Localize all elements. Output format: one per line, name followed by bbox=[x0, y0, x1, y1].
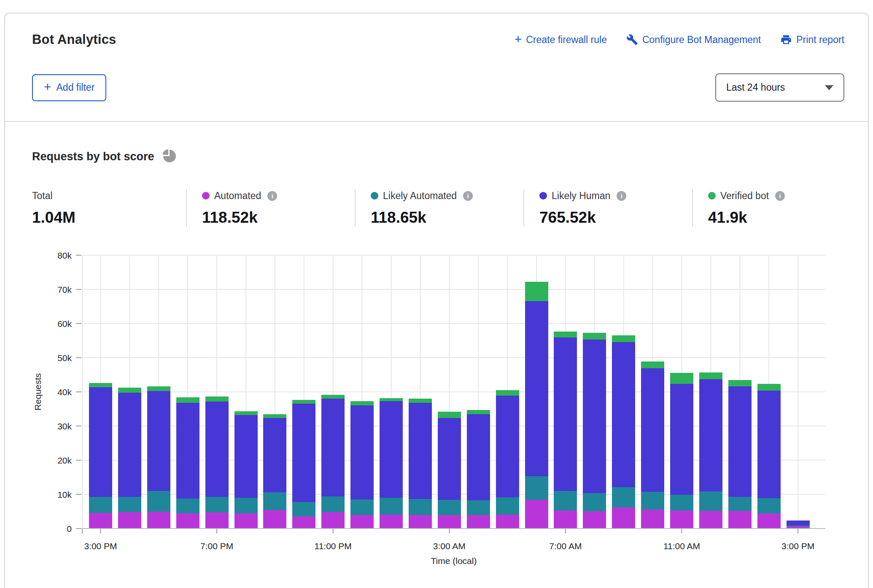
bar-segment-verified-bot[interactable] bbox=[641, 361, 664, 368]
bar-segment-automated[interactable] bbox=[496, 515, 519, 529]
bar-segment-automated[interactable] bbox=[670, 510, 693, 529]
bar-segment-automated[interactable] bbox=[205, 512, 229, 529]
bar-segment-likely-human[interactable] bbox=[670, 384, 693, 495]
bar-segment-likely-human[interactable] bbox=[321, 399, 345, 496]
bar-segment-likely-human[interactable] bbox=[234, 415, 258, 498]
bar-segment-likely-human[interactable] bbox=[263, 418, 286, 493]
bar-segment-verified-bot[interactable] bbox=[176, 397, 199, 403]
bar-segment-likely-automated[interactable] bbox=[118, 497, 141, 512]
bar-segment-automated[interactable] bbox=[554, 510, 577, 529]
bar-segment-likely-human[interactable] bbox=[583, 340, 606, 493]
bar-segment-likely-human[interactable] bbox=[409, 403, 432, 499]
bar-segment-automated[interactable] bbox=[89, 513, 112, 529]
bar-segment-likely-human[interactable] bbox=[438, 418, 461, 500]
info-icon[interactable]: i bbox=[463, 191, 473, 201]
bar-segment-automated[interactable] bbox=[292, 516, 315, 529]
bar-segment-likely-automated[interactable] bbox=[554, 491, 577, 510]
bar-segment-likely-human[interactable] bbox=[205, 402, 229, 497]
bar-segment-likely-automated[interactable] bbox=[641, 492, 664, 510]
bar-segment-verified-bot[interactable] bbox=[205, 396, 229, 402]
bar-segment-automated[interactable] bbox=[380, 515, 403, 529]
bar-segment-likely-human[interactable] bbox=[350, 405, 374, 500]
bar-segment-automated[interactable] bbox=[438, 515, 461, 529]
bar-segment-automated[interactable] bbox=[263, 510, 286, 529]
bar-segment-likely-automated[interactable] bbox=[787, 526, 810, 526]
bar-segment-likely-human[interactable] bbox=[118, 393, 141, 497]
bar-segment-likely-automated[interactable] bbox=[583, 493, 606, 511]
time-range-select[interactable]: Last 24 hours bbox=[715, 73, 844, 102]
bar-segment-verified-bot[interactable] bbox=[409, 399, 432, 403]
bar-segment-likely-human[interactable] bbox=[757, 391, 781, 498]
bar-segment-likely-human[interactable] bbox=[641, 368, 664, 492]
bar-segment-verified-bot[interactable] bbox=[496, 390, 519, 396]
add-filter-button[interactable]: + Add filter bbox=[32, 74, 106, 101]
bar-segment-likely-automated[interactable] bbox=[205, 497, 229, 512]
bar-segment-likely-automated[interactable] bbox=[496, 497, 519, 515]
bar-segment-verified-bot[interactable] bbox=[757, 384, 781, 390]
bar-segment-likely-automated[interactable] bbox=[670, 495, 693, 510]
bar-segment-automated[interactable] bbox=[321, 512, 345, 529]
bar-segment-likely-automated[interactable] bbox=[757, 498, 781, 513]
bar-segment-verified-bot[interactable] bbox=[147, 386, 170, 391]
bar-segment-likely-human[interactable] bbox=[554, 337, 577, 491]
print-report-link[interactable]: Print report bbox=[780, 34, 844, 46]
bar-segment-automated[interactable] bbox=[409, 515, 432, 529]
bar-segment-verified-bot[interactable] bbox=[583, 333, 606, 340]
create-firewall-rule-link[interactable]: + Create firewall rule bbox=[515, 34, 607, 46]
bar-segment-likely-automated[interactable] bbox=[728, 497, 752, 510]
bar-segment-likely-automated[interactable] bbox=[380, 498, 403, 515]
bar-segment-verified-bot[interactable] bbox=[612, 335, 635, 342]
bar-segment-likely-human[interactable] bbox=[496, 396, 519, 497]
bar-segment-verified-bot[interactable] bbox=[670, 373, 693, 383]
bar-segment-likely-automated[interactable] bbox=[292, 502, 315, 516]
bar-segment-verified-bot[interactable] bbox=[525, 282, 548, 301]
bar-segment-verified-bot[interactable] bbox=[234, 411, 258, 415]
bar-segment-likely-automated[interactable] bbox=[147, 491, 170, 512]
bar-segment-verified-bot[interactable] bbox=[321, 395, 345, 399]
bar-segment-verified-bot[interactable] bbox=[380, 398, 403, 401]
info-icon[interactable]: i bbox=[775, 191, 785, 201]
bar-segment-automated[interactable] bbox=[176, 513, 199, 529]
bar-segment-automated[interactable] bbox=[525, 500, 548, 529]
bar-segment-likely-automated[interactable] bbox=[612, 487, 635, 507]
bar-segment-likely-automated[interactable] bbox=[176, 499, 199, 514]
bar-segment-verified-bot[interactable] bbox=[263, 414, 286, 418]
bar-segment-automated[interactable] bbox=[118, 512, 141, 529]
bar-segment-likely-human[interactable] bbox=[176, 403, 199, 499]
bar-segment-verified-bot[interactable] bbox=[554, 332, 577, 338]
bar-segment-automated[interactable] bbox=[699, 511, 722, 529]
bar-segment-likely-automated[interactable] bbox=[321, 496, 345, 512]
bar-segment-likely-human[interactable] bbox=[525, 301, 548, 476]
bar-segment-automated[interactable] bbox=[583, 511, 606, 529]
bar-segment-verified-bot[interactable] bbox=[118, 388, 141, 392]
bar-segment-automated[interactable] bbox=[467, 515, 490, 529]
bar-segment-likely-automated[interactable] bbox=[350, 499, 374, 515]
configure-bot-management-link[interactable]: Configure Bot Management bbox=[626, 34, 761, 46]
bar-segment-likely-automated[interactable] bbox=[89, 497, 112, 512]
bar-segment-likely-automated[interactable] bbox=[525, 476, 548, 500]
info-icon[interactable]: i bbox=[617, 191, 626, 201]
bar-segment-likely-human[interactable] bbox=[612, 342, 635, 487]
bar-segment-verified-bot[interactable] bbox=[89, 383, 112, 388]
bar-segment-automated[interactable] bbox=[641, 510, 664, 529]
bar-segment-likely-human[interactable] bbox=[787, 521, 810, 525]
bar-segment-likely-automated[interactable] bbox=[438, 500, 461, 515]
bar-segment-verified-bot[interactable] bbox=[467, 410, 490, 415]
bar-segment-verified-bot[interactable] bbox=[292, 400, 315, 404]
bar-segment-verified-bot[interactable] bbox=[350, 401, 374, 405]
bar-segment-verified-bot[interactable] bbox=[699, 372, 722, 379]
bar-segment-automated[interactable] bbox=[757, 513, 781, 529]
bar-segment-verified-bot[interactable] bbox=[728, 380, 752, 386]
bar-segment-automated[interactable] bbox=[147, 512, 170, 529]
bar-segment-likely-automated[interactable] bbox=[263, 492, 286, 510]
bar-segment-likely-automated[interactable] bbox=[409, 499, 432, 515]
bar-segment-likely-automated[interactable] bbox=[699, 491, 722, 511]
bar-segment-likely-human[interactable] bbox=[292, 404, 315, 502]
bar-segment-likely-human[interactable] bbox=[699, 379, 722, 491]
info-icon[interactable]: i bbox=[267, 191, 277, 201]
bar-segment-verified-bot[interactable] bbox=[438, 412, 461, 418]
bar-segment-likely-human[interactable] bbox=[380, 401, 403, 498]
bar-segment-likely-human[interactable] bbox=[728, 386, 752, 497]
bar-segment-automated[interactable] bbox=[728, 511, 752, 529]
bar-segment-automated[interactable] bbox=[234, 513, 258, 529]
